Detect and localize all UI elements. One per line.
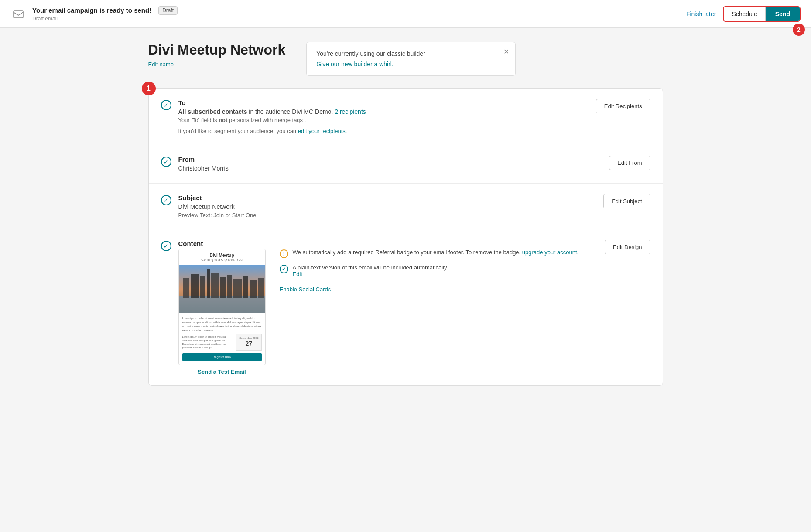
svg-rect-6 [207, 269, 210, 298]
svg-rect-4 [191, 274, 199, 298]
content-check-icon: ✓ [161, 241, 171, 251]
top-bar-right: Finish later Schedule Send 2 [686, 6, 801, 22]
to-label: To [178, 99, 585, 106]
preview-subtitle: Coming to a City Near You [183, 258, 261, 262]
email-preview: Divi Meetup Coming to a City Near You [178, 249, 266, 365]
edit-recipients-link[interactable]: edit your recipients. [298, 128, 347, 134]
subject-check-icon: ✓ [161, 195, 171, 205]
subject-value: Divi Meetup Network [178, 203, 593, 210]
subject-content: Subject Divi Meetup Network Preview Text… [178, 194, 593, 218]
campaign-name: Divi Meetup Network [148, 42, 286, 58]
edit-subject-button[interactable]: Edit Subject [603, 194, 650, 208]
preview-title: Divi Meetup [183, 253, 261, 258]
check-circle-icon: ✓ [280, 265, 288, 273]
svg-rect-0 [14, 11, 23, 18]
plaintext-text: A plain-text version of this email will … [293, 264, 448, 271]
to-content: To All subscribed contacts in the audien… [178, 99, 585, 134]
recipients-link[interactable]: 2 recipients [335, 108, 366, 115]
content-section-left: ✓ Content Divi Meetup Coming to a City N… [161, 240, 595, 375]
subject-section: ✓ Subject Divi Meetup Network Preview Te… [149, 184, 663, 229]
warning-icon: ! [280, 249, 288, 258]
svg-rect-13 [258, 278, 264, 298]
edit-recipients-button[interactable]: Edit Recipients [596, 99, 650, 113]
to-note-prefix: Your 'To' field is [178, 117, 219, 123]
edit-plaintext-link[interactable]: Edit [293, 271, 302, 277]
content-inner: Divi Meetup Coming to a City Near You [178, 249, 595, 375]
top-bar-subtitle: Draft email [32, 16, 178, 22]
calendar-date: September 2022 27 [236, 334, 261, 351]
schedule-button[interactable]: Schedule [724, 7, 765, 21]
cal-month: September 2022 [239, 336, 258, 340]
to-note-not: not [219, 117, 227, 123]
send-test-link[interactable]: Send a Test Email [178, 368, 266, 375]
svg-rect-9 [227, 275, 232, 298]
subject-section-left: ✓ Subject Divi Meetup Network Preview Te… [161, 194, 593, 218]
campaign-title-left: Divi Meetup Network Edit name [148, 42, 286, 68]
to-bold: All subscribed contacts [178, 108, 247, 115]
content-content: Content Divi Meetup Coming to a City Nea… [178, 240, 595, 375]
cal-day: 27 [239, 340, 258, 348]
preview-image [179, 265, 265, 313]
from-section-left: ✓ From Christopher Morris [161, 156, 599, 173]
page-title: Your email campaign is ready to send! [32, 7, 151, 14]
top-bar-title-group: Your email campaign is ready to send! Dr… [32, 6, 178, 22]
to-segment-text: If you'd like to segment your audience, … [178, 128, 298, 134]
campaign-title-row: Divi Meetup Network Edit name You're cur… [148, 42, 663, 76]
svg-rect-5 [200, 276, 205, 298]
subject-label: Subject [178, 194, 593, 201]
from-value: Christopher Morris [178, 165, 599, 172]
edit-from-button[interactable]: Edit From [609, 156, 650, 170]
svg-rect-12 [250, 280, 257, 298]
preview-header: Divi Meetup Coming to a City Near You [179, 249, 265, 265]
preview-body: Lorem ipsum dolor sit amet, consectetur … [179, 313, 265, 365]
from-label: From [178, 156, 599, 163]
email-icon [10, 6, 26, 22]
svg-rect-2 [179, 296, 265, 313]
referral-text: We automatically add a required Referral… [293, 249, 522, 256]
classic-builder-text: You're currently using our classic build… [316, 50, 506, 57]
svg-rect-3 [183, 278, 189, 298]
from-section: ✓ From Christopher Morris Edit From [149, 145, 663, 184]
step-indicator-2: 2 [793, 24, 805, 36]
email-preview-wrap: Divi Meetup Coming to a City Near You [178, 249, 266, 375]
svg-rect-11 [243, 276, 248, 298]
enable-social-cards-link[interactable]: Enable Social Cards [280, 286, 595, 293]
referral-notice-text: We automatically add a required Referral… [293, 249, 579, 256]
svg-rect-8 [220, 277, 226, 298]
from-content: From Christopher Morris [178, 156, 599, 173]
edit-name-link[interactable]: Edit name [148, 61, 174, 68]
plaintext-notice: ✓ A plain-text version of this email wil… [280, 264, 595, 277]
plaintext-notice-text: A plain-text version of this email will … [293, 264, 448, 277]
from-check-icon: ✓ [161, 157, 171, 167]
edit-design-button[interactable]: Edit Design [605, 240, 650, 254]
step-indicator-1: 1 [142, 82, 156, 95]
classic-builder-notice: You're currently using our classic build… [306, 42, 516, 76]
to-section: ✓ To All subscribed contacts in the audi… [149, 89, 663, 145]
content-notices: ! We automatically add a required Referr… [280, 249, 595, 293]
to-segment-note: If you'd like to segment your audience, … [178, 128, 585, 134]
notice-close-button[interactable]: ✕ [503, 48, 509, 56]
preview-cta: Register Now [182, 353, 262, 361]
to-section-left: ✓ To All subscribed contacts in the audi… [161, 99, 585, 134]
top-bar: Your email campaign is ready to send! Dr… [0, 0, 811, 28]
draft-badge: Draft [158, 6, 178, 15]
finish-later-link[interactable]: Finish later [686, 10, 716, 17]
upgrade-link[interactable]: upgrade your account. [522, 249, 578, 256]
subject-preview: Preview Text: Join or Start One [178, 212, 593, 218]
preview-calendar: Lorem ipsum dolor sit amet in volutpat v… [182, 334, 262, 351]
svg-rect-10 [233, 279, 242, 298]
send-button[interactable]: Send [766, 7, 800, 21]
main-content: Divi Meetup Network Edit name You're cur… [122, 28, 689, 400]
referral-notice: ! We automatically add a required Referr… [280, 249, 595, 258]
svg-rect-7 [211, 273, 219, 298]
content-section: ✓ Content Divi Meetup Coming to a City N… [149, 229, 663, 385]
campaign-panel: 1 ✓ To All subscribed contacts in the au… [148, 88, 663, 386]
top-bar-left: Your email campaign is ready to send! Dr… [10, 6, 178, 22]
to-audience-text: in the audience Divi MC Demo. [249, 108, 333, 115]
to-check-icon: ✓ [161, 100, 171, 110]
to-value: All subscribed contacts in the audience … [178, 108, 585, 115]
to-note-suffix: personalized with merge tags . [229, 117, 306, 123]
new-builder-link[interactable]: Give our new builder a whirl. [316, 61, 394, 68]
to-merge-note: Your 'To' field is not personalized with… [178, 117, 585, 123]
content-label: Content [178, 240, 595, 247]
